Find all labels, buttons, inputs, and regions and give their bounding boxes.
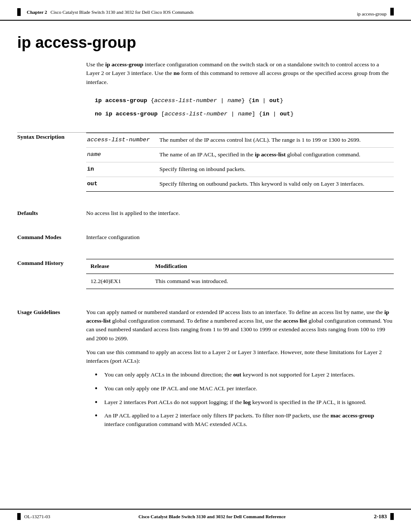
main-content: Use the ip access-group interface config…	[0, 60, 411, 433]
header-bar-right-icon	[390, 8, 394, 16]
syntax-line-2: no ip access-group [access-list-number |…	[95, 109, 394, 119]
syntax-row-name: name The name of an IP ACL, specified in…	[86, 148, 394, 162]
usage-guidelines-content: You can apply named or numbered standard…	[86, 308, 394, 433]
syntax-row-out: out Specify filtering on outbound packet…	[86, 177, 394, 192]
bullet-text-4: An IP ACL applied to a Layer 2 interface…	[104, 411, 394, 429]
footer-center: Cisco Catalyst Blade Switch 3130 and 303…	[138, 514, 286, 519]
defaults-label: Defaults	[17, 209, 86, 218]
footer-bar-icon	[17, 513, 21, 520]
defaults-content: No access list is applied to the interfa…	[86, 209, 394, 218]
syntax-cmd-2: no ip access-group	[95, 111, 161, 117]
bullet-dot-2: •	[95, 384, 102, 394]
footer-center-text: Cisco Catalyst Blade Switch 3130 and 303…	[138, 514, 286, 519]
footer-page-number: 2-183	[374, 513, 387, 520]
bullet-dot-3: •	[95, 398, 102, 408]
syntax-description-table: access-list-number The number of the IP …	[86, 133, 394, 192]
syntax-row-access-list-number: access-list-number The number of the IP …	[86, 133, 394, 148]
history-release-1: 12.2(40)EX1	[86, 274, 151, 289]
usage-guidelines-label: Usage Guidelines	[17, 308, 86, 433]
syntax-term-2: name	[86, 148, 155, 162]
syntax-cmd-1: ip access-group	[95, 97, 151, 104]
command-modes-content: Interface configuration	[86, 233, 394, 242]
defaults-section: Defaults No access list is applied to th…	[17, 200, 394, 218]
usage-bullet-list: • You can only apply ACLs in the inbound…	[95, 370, 394, 429]
bullet-item-4: • An IP ACL applied to a Layer 2 interfa…	[95, 411, 394, 429]
syntax-desc-4: Specify filtering on outbound packets. T…	[155, 177, 394, 192]
command-history-label: Command History	[17, 259, 86, 289]
intro-text-1: Use the	[86, 61, 105, 68]
chapter-label: Chapter 2	[27, 9, 47, 15]
intro-bold-cmd: ip access-group	[105, 61, 143, 68]
command-history-label-text: Command History	[17, 260, 64, 266]
bullet-text-3: Layer 2 interfaces Port ACLs do not supp…	[104, 398, 366, 408]
command-history-content: Release Modification 12.2(40)EX1 This co…	[86, 259, 394, 289]
usage-guidelines-section: Usage Guidelines You can apply named or …	[17, 299, 394, 433]
syntax-row-in: in Specify filtering on inbound packets.	[86, 162, 394, 177]
syntax-description-section: Syntax Description access-list-number Th…	[17, 132, 394, 192]
syntax-rest-2: [access-list-number | name] {in | out}	[161, 111, 294, 117]
command-modes-label: Command Modes	[17, 233, 86, 242]
defaults-text: No access list is applied to the interfa…	[86, 210, 180, 216]
header-right: ip access-group	[357, 8, 394, 16]
syntax-desc-1: The number of the IP access control list…	[155, 133, 394, 148]
usage-guidelines-label-text: Usage Guidelines	[17, 309, 60, 315]
syntax-description-label: Syntax Description	[17, 133, 86, 192]
syntax-desc-3: Specify filtering on inbound packets.	[155, 162, 394, 177]
history-col-modification: Modification	[151, 259, 394, 274]
footer-right: 2-183	[374, 513, 394, 520]
usage-para-1: You can apply named or numbered standard…	[86, 308, 394, 343]
defaults-label-text: Defaults	[17, 210, 38, 216]
page-footer: OL-13271-03 Cisco Catalyst Blade Switch …	[0, 509, 411, 523]
bullet-item-1: • You can only apply ACLs in the inbound…	[95, 370, 394, 380]
page-header: Chapter 2 Cisco Catalyst Blade Switch 31…	[0, 0, 411, 21]
command-modes-text: Interface configuration	[86, 234, 140, 240]
bullet-item-2: • You can only apply one IP ACL and one …	[95, 384, 394, 394]
header-page-topic: ip access-group	[357, 11, 387, 16]
bullet-dot-4: •	[95, 411, 102, 429]
bullet-item-3: • Layer 2 interfaces Port ACLs do not su…	[95, 398, 394, 408]
bullet-text-1: You can only apply ACLs in the inbound d…	[104, 370, 355, 380]
syntax-description-label-text: Syntax Description	[17, 134, 65, 140]
syntax-desc-2: The name of an IP ACL, specified in the …	[155, 148, 394, 162]
bullet-text-2: You can only apply one IP ACL and one MA…	[104, 384, 257, 394]
syntax-term-1: access-list-number	[86, 133, 155, 148]
history-col-release: Release	[86, 259, 151, 274]
command-history-table: Release Modification 12.2(40)EX1 This co…	[86, 259, 394, 289]
footer-bar-right-icon	[390, 513, 394, 520]
header-bar-icon	[17, 8, 21, 16]
bullet-dot-1: •	[95, 370, 102, 380]
page-title: ip access-group	[17, 34, 394, 52]
syntax-rest-1: {access-list-number | name} {in | out}	[151, 97, 283, 104]
history-modification-1: This command was introduced.	[151, 274, 394, 289]
usage-para-2: You can use this command to apply an acc…	[86, 348, 394, 366]
history-row-1: 12.2(40)EX1 This command was introduced.	[86, 274, 394, 289]
chapter-title: Cisco Catalyst Blade Switch 3130 and 303…	[50, 9, 193, 15]
command-modes-label-text: Command Modes	[17, 234, 61, 240]
command-modes-section: Command Modes Interface configuration	[17, 224, 394, 242]
syntax-description-content: access-list-number The number of the IP …	[86, 133, 394, 192]
header-left: Chapter 2 Cisco Catalyst Blade Switch 31…	[17, 8, 193, 16]
syntax-line-1: ip access-group {access-list-number | na…	[95, 95, 394, 106]
command-history-section: Command History Release Modification 12.…	[17, 250, 394, 289]
syntax-term-4: out	[86, 177, 155, 192]
intro-bold-no: no	[174, 70, 180, 76]
syntax-block: ip access-group {access-list-number | na…	[95, 95, 394, 120]
footer-left: OL-13271-03	[17, 513, 50, 520]
syntax-term-3: in	[86, 162, 155, 177]
page-title-section: ip access-group	[0, 21, 411, 60]
footer-doc-number: OL-13271-03	[24, 514, 50, 519]
intro-paragraph: Use the ip access-group interface config…	[86, 60, 394, 87]
history-header-row: Release Modification	[86, 259, 394, 274]
